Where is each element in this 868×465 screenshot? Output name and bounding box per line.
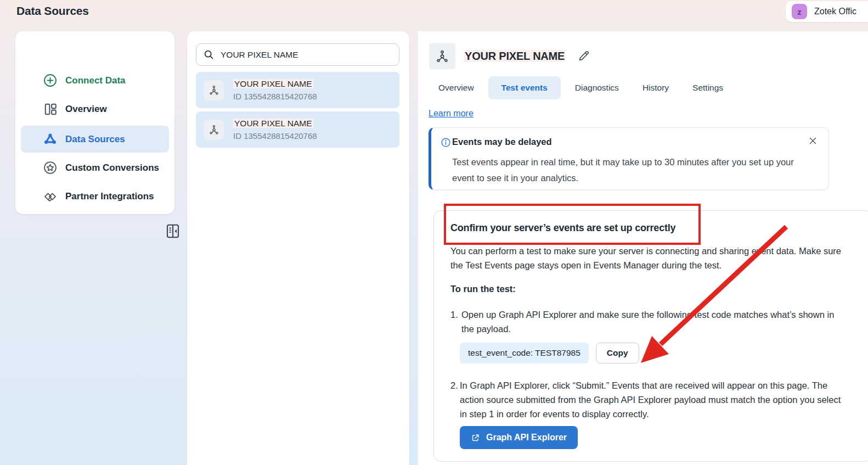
sidebar-item-label: Data Sources	[65, 134, 125, 145]
data-sources-icon	[43, 132, 58, 147]
sidebar-item-custom-conversions[interactable]: Custom Conversions	[21, 154, 169, 181]
handshake-icon	[43, 189, 58, 204]
tab-settings[interactable]: Settings	[683, 76, 732, 99]
star-circle-icon	[43, 160, 58, 175]
page-title: Data Sources	[16, 4, 89, 18]
graph-api-explorer-button[interactable]: Graph API Explorer	[460, 426, 578, 449]
pixel-icon	[204, 120, 224, 140]
collapse-sidebar-button[interactable]	[163, 220, 183, 242]
overview-grid-icon	[43, 102, 58, 116]
sidebar-item-data-sources[interactable]: Data Sources	[21, 126, 169, 153]
tab-history[interactable]: History	[633, 76, 678, 99]
confirm-events-card: Confirm your server’s events are set up …	[433, 210, 868, 462]
account-avatar: z	[792, 4, 807, 19]
step-2: 2. In Graph API Explorer, click “Submit.…	[450, 378, 847, 421]
pixel-detail-title: YOUR PIXEL NAME	[464, 50, 566, 63]
tab-diagnostics[interactable]: Diagnostics	[566, 76, 628, 99]
step-text: In Graph API Explorer, click “Submit.” E…	[460, 378, 847, 421]
pixel-detail-panel: YOUR PIXEL NAME Overview Test events Dia…	[418, 31, 868, 465]
sidebar-item-label: Overview	[65, 104, 107, 115]
account-name: Zotek Offic	[814, 7, 856, 16]
detail-tabs: Overview Test events Diagnostics History…	[429, 76, 737, 99]
step-number: 2.	[450, 378, 460, 421]
copy-button[interactable]: Copy	[596, 343, 639, 363]
tab-overview[interactable]: Overview	[429, 76, 483, 99]
plus-circle-icon	[43, 73, 58, 88]
pixel-list-panel: YOUR PIXEL NAME ID 1355428815420768 YOUR…	[187, 31, 409, 465]
pixel-id: ID 1355428815420768	[233, 131, 317, 141]
info-icon	[441, 137, 451, 148]
collapse-sidebar-icon	[165, 222, 181, 240]
pixel-icon	[429, 43, 455, 69]
close-icon[interactable]	[808, 136, 818, 145]
external-link-icon	[471, 433, 480, 442]
run-test-label: To run the test:	[450, 284, 516, 294]
test-code-row: test_event_code: TEST87985 Copy	[460, 343, 639, 363]
events-delayed-alert: Events may be delayed Test events appear…	[429, 127, 829, 190]
card-intro: You can perform a test to make sure your…	[450, 244, 842, 272]
learn-more-link[interactable]: Learn more	[429, 109, 474, 119]
test-event-code: test_event_code: TEST87985	[460, 343, 589, 363]
sidebar-item-connect-data[interactable]: Connect Data	[21, 67, 169, 94]
pixel-list-item[interactable]: YOUR PIXEL NAME ID 1355428815420768	[196, 72, 399, 108]
pixel-search-box	[196, 43, 399, 66]
sidebar-item-label: Custom Conversions	[65, 163, 159, 173]
sidebar-item-partner-integrations[interactable]: Partner Integrations	[21, 183, 169, 210]
tab-test-events[interactable]: Test events	[488, 76, 561, 99]
pixel-name: YOUR PIXEL NAME	[233, 119, 317, 128]
search-icon	[203, 49, 215, 60]
step-text: Open up Graph API Explorer and make sure…	[461, 307, 846, 336]
search-input[interactable]	[221, 50, 392, 60]
sidebar: Connect Data Overview Data Sources Custo…	[15, 31, 174, 214]
sidebar-item-overview[interactable]: Overview	[21, 96, 169, 122]
edit-name-button[interactable]	[577, 49, 590, 63]
graph-api-explorer-label: Graph API Explorer	[486, 433, 567, 442]
alert-body: Test events appear in real time, but it …	[452, 154, 815, 186]
account-switcher[interactable]: z Zotek Offic	[786, 1, 868, 22]
sidebar-item-label: Partner Integrations	[65, 191, 154, 202]
pixel-id: ID 1355428815420768	[233, 92, 317, 101]
step-1: 1. Open up Graph API Explorer and make s…	[450, 307, 846, 336]
sidebar-item-label: Connect Data	[65, 75, 126, 86]
pixel-icon	[204, 80, 224, 100]
card-heading: Confirm your server’s events are set up …	[450, 222, 675, 234]
step-number: 1.	[450, 307, 461, 336]
pixel-name: YOUR PIXEL NAME	[233, 79, 317, 89]
alert-title: Events may be delayed	[452, 137, 552, 147]
pixel-list-item[interactable]: YOUR PIXEL NAME ID 1355428815420768	[196, 111, 399, 148]
